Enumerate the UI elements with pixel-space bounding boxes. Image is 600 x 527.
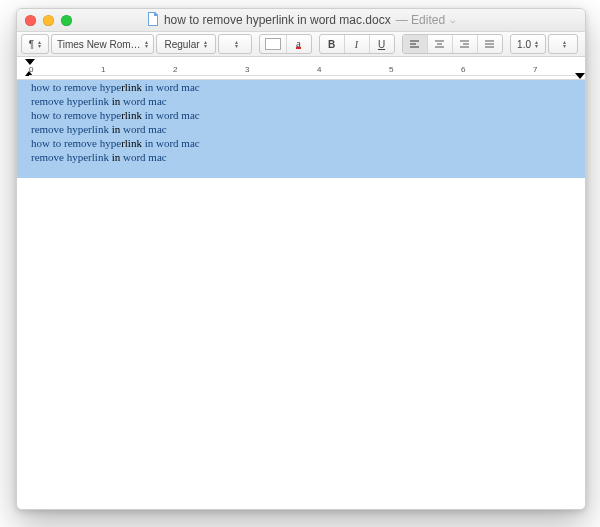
caret-icon: ▴▾	[145, 40, 148, 48]
underline-button[interactable]: U	[370, 35, 394, 53]
caret-icon: ▴▾	[38, 40, 41, 48]
font-weight-select[interactable]: Regular ▴▾	[156, 34, 216, 54]
ruler-number: 7	[533, 65, 537, 74]
color-group: a	[259, 34, 312, 54]
align-right-button[interactable]	[453, 35, 478, 53]
font-weight-value: Regular	[165, 39, 200, 50]
hyperlink-text[interactable]: remove hyperlink	[31, 123, 109, 135]
plain-text[interactable]: in	[109, 151, 123, 163]
highlight-swatch-icon	[265, 38, 281, 50]
font-family-value: Times New Rom…	[57, 39, 141, 50]
ruler-number: 1	[101, 65, 105, 74]
title-dropdown-icon[interactable]: ⌵	[450, 15, 455, 25]
ruler-number: 3	[245, 65, 249, 74]
plain-text[interactable]: rlink	[121, 81, 142, 93]
paragraph-style-value: ¶	[29, 39, 34, 50]
window-title: how to remove hyperlink in word mac.docx…	[17, 12, 585, 29]
text-line[interactable]: how to remove hyperlink in word mac	[17, 80, 585, 94]
close-icon[interactable]	[25, 15, 36, 26]
text-line[interactable]: remove hyperlink in word mac	[17, 150, 585, 164]
hyperlink-text[interactable]: remove hyperlink	[31, 151, 109, 163]
align-left-button[interactable]	[403, 35, 428, 53]
hyperlink-text[interactable]: in word mac	[142, 81, 200, 93]
document-icon	[147, 12, 159, 29]
highlight-color-button[interactable]	[260, 35, 287, 53]
align-group	[402, 34, 503, 54]
hyperlink-text[interactable]: word mac	[123, 95, 167, 107]
plain-text[interactable]: rlink	[121, 109, 142, 121]
window: how to remove hyperlink in word mac.docx…	[16, 8, 586, 510]
font-family-select[interactable]: Times New Rom… ▴▾	[51, 34, 154, 54]
ruler[interactable]: 01234567	[17, 57, 585, 80]
ruler-number: 6	[461, 65, 465, 74]
hyperlink-text[interactable]: word mac	[123, 151, 167, 163]
minimize-icon[interactable]	[43, 15, 54, 26]
page-content[interactable]: how to remove hyperlink in word macremov…	[17, 80, 585, 178]
caret-icon: ▴▾	[235, 40, 238, 48]
text-line[interactable]: how to remove hyperlink in word mac	[17, 108, 585, 122]
hyperlink-text[interactable]: in word mac	[142, 137, 200, 149]
toolbar: ¶ ▴▾ Times New Rom… ▴▾ Regular ▴▾ ▴▾	[17, 32, 585, 57]
text-line[interactable]	[17, 164, 585, 178]
plain-text[interactable]: rlink	[121, 137, 142, 149]
ruler-baseline	[29, 75, 581, 76]
ruler-number: 2	[173, 65, 177, 74]
hyperlink-text[interactable]: how to remove hype	[31, 109, 121, 121]
title-filename: how to remove hyperlink in word mac.docx	[164, 13, 391, 27]
hyperlink-text[interactable]: in word mac	[142, 109, 200, 121]
align-center-button[interactable]	[428, 35, 453, 53]
caret-icon: ▴▾	[204, 40, 207, 48]
ruler-number: 4	[317, 65, 321, 74]
ruler-number: 5	[389, 65, 393, 74]
italic-button[interactable]: I	[345, 35, 370, 53]
text-line[interactable]: how to remove hyperlink in word mac	[17, 136, 585, 150]
document-area[interactable]: how to remove hyperlink in word macremov…	[17, 80, 585, 509]
title-bar: how to remove hyperlink in word mac.docx…	[17, 9, 585, 32]
align-justify-button[interactable]	[478, 35, 502, 53]
style-group: B I U	[319, 34, 395, 54]
text-line[interactable]: remove hyperlink in word mac	[17, 122, 585, 136]
list-select[interactable]: ▴▾	[548, 34, 578, 54]
plain-text[interactable]: in	[109, 123, 123, 135]
right-indent-marker-icon[interactable]	[575, 73, 585, 79]
hyperlink-text[interactable]: how to remove hype	[31, 81, 121, 93]
caret-icon: ▴▾	[563, 40, 566, 48]
zoom-icon[interactable]	[61, 15, 72, 26]
hyperlink-text[interactable]: word mac	[123, 123, 167, 135]
text-color-button[interactable]: a	[287, 35, 311, 53]
hyperlink-text[interactable]: remove hyperlink	[31, 95, 109, 107]
paragraph-style-select[interactable]: ¶ ▴▾	[21, 34, 49, 54]
plain-text[interactable]: in	[109, 95, 123, 107]
hyperlink-text[interactable]: how to remove hype	[31, 137, 121, 149]
line-spacing-select[interactable]: 1.0 ▴▾	[510, 34, 546, 54]
text-line[interactable]: remove hyperlink in word mac	[17, 94, 585, 108]
line-spacing-value: 1.0	[517, 39, 531, 50]
ruler-number: 0	[29, 65, 33, 74]
font-size-select[interactable]: ▴▾	[218, 34, 252, 54]
bold-button[interactable]: B	[320, 35, 345, 53]
title-status: — Edited	[396, 13, 445, 27]
caret-icon: ▴▾	[535, 40, 538, 48]
traffic-lights	[17, 15, 72, 26]
